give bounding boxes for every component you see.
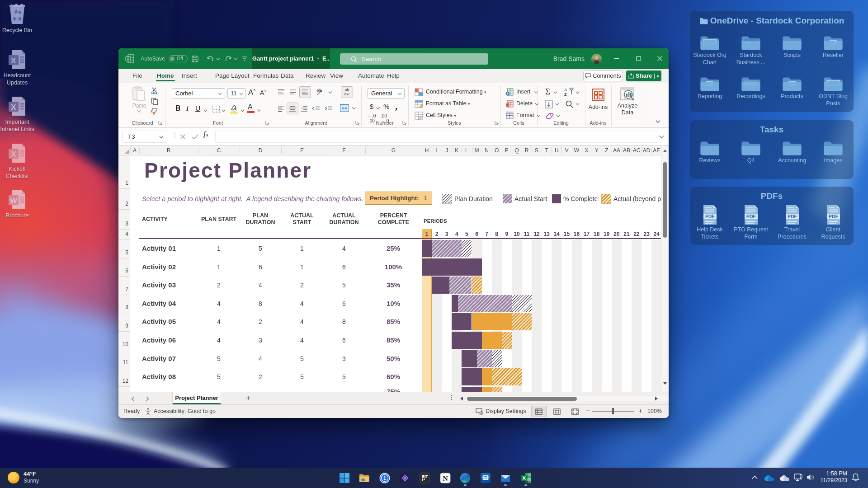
svg-text:1: 1 [383, 475, 386, 481]
svg-text:PDF: PDF [829, 214, 839, 219]
svg-text:X: X [11, 150, 16, 159]
svg-text:X: X [11, 56, 16, 65]
svg-text:PDF: PDF [705, 214, 715, 219]
svg-text:PDF: PDF [788, 214, 797, 219]
svg-text:X: X [11, 103, 16, 112]
svg-text:PDF: PDF [746, 214, 756, 219]
svg-text:W: W [10, 197, 18, 205]
svg-text:X: X [127, 56, 129, 61]
svg-text:A: A [564, 88, 567, 92]
svg-text:ab: ab [317, 88, 321, 93]
svg-text:N: N [443, 474, 448, 482]
svg-text:Z: Z [564, 92, 567, 96]
